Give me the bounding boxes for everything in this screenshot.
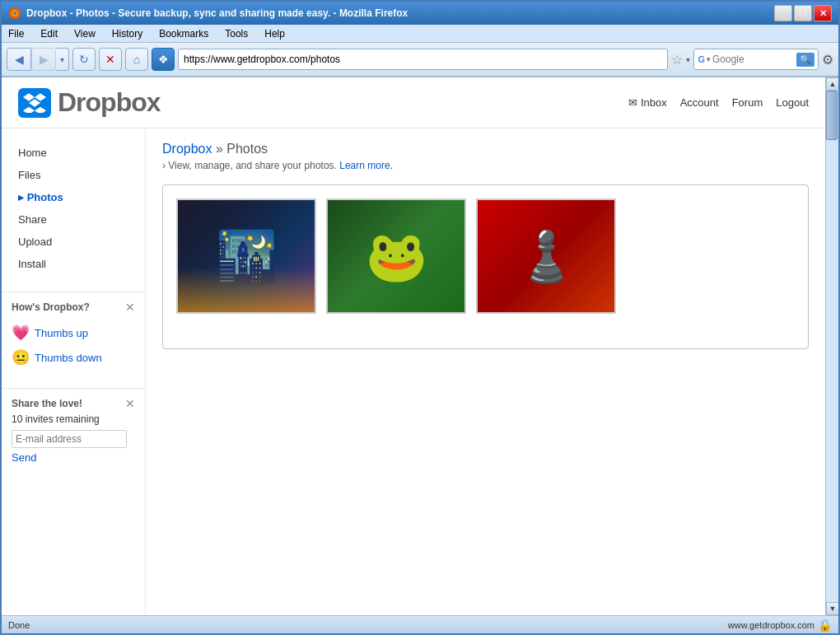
browser-window: Dropbox - Photos - Secure backup, sync a… [0,0,840,635]
page-content: Dropbox ✉ Inbox Account Forum Logout Hom… [2,77,825,615]
status-url: www.getdropbox.com [728,620,814,630]
hows-dropbox-title: How's Dropbox? [12,301,90,313]
thumbs-down-icon: 😐 [12,348,30,367]
logo-box [18,88,51,118]
logo-area: Dropbox [18,87,161,118]
logo-text: Dropbox [58,87,161,118]
thumbs-up-icon: 💗 [12,324,30,342]
photo-frog[interactable] [326,198,466,314]
hows-dropbox-section: How's Dropbox? ✕ 💗 Thumbs up 😐 Thumbs do… [2,292,145,378]
search-button[interactable]: 🔍 [796,53,814,67]
status-text: Done [8,620,30,630]
sidebar-item-photos[interactable]: Photos [2,186,145,208]
page-subtitle: › View, manage, and share your photos. L… [162,160,809,171]
title-bar-left: Dropbox - Photos - Secure backup, sync a… [8,7,408,20]
back-button[interactable]: ◀ [7,48,31,71]
menu-history[interactable]: History [109,26,146,41]
share-section-header: Share the love! ✕ [12,397,135,410]
breadcrumb: Dropbox » Photos [162,142,809,156]
stop-button[interactable]: ✕ [99,48,122,71]
learn-more-link[interactable]: Learn more. [339,160,393,171]
forum-link[interactable]: Forum [732,96,763,109]
hows-dropbox-close-button[interactable]: ✕ [125,301,135,314]
dropbox-nav-button[interactable]: ❖ [152,48,175,71]
thumbs-down-label: Thumbs down [35,352,102,364]
site-header: Dropbox ✉ Inbox Account Forum Logout [2,77,825,128]
breadcrumb-home[interactable]: Dropbox [162,142,212,156]
title-controls: _ □ ✕ [774,5,832,21]
nav-bar: ◀ ▶ ▾ ↻ ✕ ⌂ ❖ ☆ ▾ G ▾ 🔍 ⚙ [2,43,838,77]
sidebar-item-home[interactable]: Home [2,142,145,164]
menu-bar: File Edit View History Bookmarks Tools H… [2,25,838,43]
svg-marker-6 [23,106,35,112]
home-button[interactable]: ⌂ [125,48,148,71]
google-icon: G [698,54,705,64]
inbox-icon: ✉ [628,96,637,109]
bookmark-star[interactable]: ☆ [671,52,683,68]
sidebar-item-upload[interactable]: Upload [2,231,145,253]
scrollbar: ▲ ▼ [825,77,838,615]
page-area: Dropbox » Photos › View, manage, and sha… [146,128,825,615]
menu-view[interactable]: View [71,26,99,41]
gear-icon[interactable]: ⚙ [822,52,833,68]
scroll-up-button[interactable]: ▲ [826,77,838,91]
minimize-button[interactable]: _ [774,5,792,21]
address-bar-container: ☆ ▾ [178,49,690,70]
title-bar: Dropbox - Photos - Secure backup, sync a… [2,2,838,25]
invites-text: 10 invites remaining [12,413,135,425]
search-container: G ▾ 🔍 [693,49,819,70]
firefox-icon [8,7,21,20]
address-bar[interactable] [178,49,668,70]
menu-tools[interactable]: Tools [222,26,251,41]
scrollbar-thumb[interactable] [826,91,838,140]
maximize-button[interactable]: □ [794,5,812,21]
browser-content-area: Dropbox ✉ Inbox Account Forum Logout Hom… [2,77,838,615]
menu-help[interactable]: Help [261,26,288,41]
photos-container [162,184,809,349]
email-input[interactable] [12,430,127,448]
svg-point-2 [13,12,16,15]
refresh-button[interactable]: ↻ [72,48,96,71]
forward-button[interactable]: ▶ [31,48,56,71]
svg-marker-4 [35,93,46,100]
send-link[interactable]: Send [12,451,135,464]
share-the-love-section: Share the love! ✕ 10 invites remaining S… [2,388,145,472]
sidebar: Home Files Photos Share Upload Install H… [2,128,146,615]
svg-marker-7 [35,106,46,112]
dropbox-logo-icon [23,93,46,113]
photo-chess[interactable] [476,198,616,314]
svg-marker-3 [23,93,35,100]
close-button[interactable]: ✕ [814,5,832,21]
scrollbar-track[interactable] [826,91,838,602]
share-title: Share the love! [12,398,82,409]
header-nav: ✉ Inbox Account Forum Logout [628,96,809,109]
main-layout: Home Files Photos Share Upload Install H… [2,128,825,615]
sidebar-item-install[interactable]: Install [2,253,145,275]
title-text: Dropbox - Photos - Secure backup, sync a… [26,7,408,19]
dropdown-arrow[interactable]: ▾ [686,55,690,64]
scroll-down-button[interactable]: ▼ [826,602,838,615]
search-input[interactable] [712,54,795,65]
subtitle-text: › View, manage, and share your photos. [162,160,337,171]
menu-bookmarks[interactable]: Bookmarks [156,26,212,41]
account-link[interactable]: Account [680,96,719,109]
dropbox-nav-icon: ❖ [158,53,169,66]
back-forward-group: ◀ ▶ ▾ [7,48,69,71]
menu-edit[interactable]: Edit [37,26,61,41]
status-right: www.getdropbox.com 🔒 [728,619,832,632]
menu-file[interactable]: File [5,26,27,41]
logout-link[interactable]: Logout [776,96,809,109]
share-close-button[interactable]: ✕ [125,397,135,410]
sidebar-item-files[interactable]: Files [2,164,145,186]
hows-dropbox-header: How's Dropbox? ✕ [12,301,135,314]
inbox-link[interactable]: ✉ Inbox [628,96,667,109]
breadcrumb-separator: » [212,142,226,156]
photo-city[interactable] [176,198,316,314]
breadcrumb-current: Photos [226,142,268,156]
sidebar-item-share[interactable]: Share [2,208,145,231]
back-forward-dropdown[interactable]: ▾ [56,48,69,71]
thumbs-up-item[interactable]: 💗 Thumbs up [12,320,135,345]
status-bar: Done www.getdropbox.com 🔒 [2,615,838,633]
thumbs-down-item[interactable]: 😐 Thumbs down [12,345,135,370]
thumbs-up-label: Thumbs up [35,327,88,339]
